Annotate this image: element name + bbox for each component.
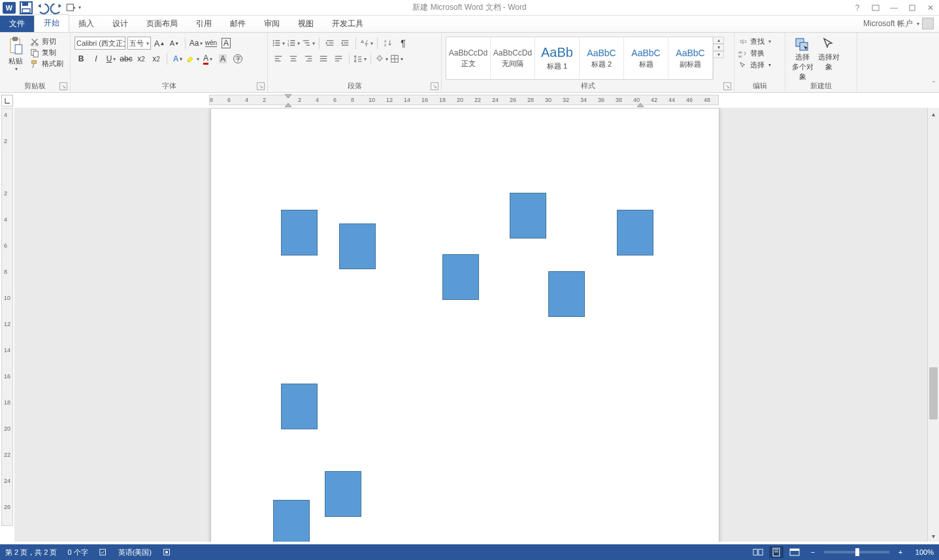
save-button[interactable] <box>18 1 34 15</box>
shrink-font-button[interactable]: A▼ <box>168 37 181 50</box>
shading-button[interactable]: ▾ <box>375 52 388 65</box>
numbering-button[interactable]: 123▾ <box>287 37 300 50</box>
macro-status[interactable] <box>162 548 171 557</box>
tab-developer[interactable]: 开发工具 <box>323 16 372 32</box>
account-menu[interactable]: Microsoft 帐户 ▾ <box>863 18 934 29</box>
justify-button[interactable] <box>317 52 330 65</box>
styles-gallery[interactable]: AaBbCcDd正文AaBbCcDd无间隔AaBb标题 1AaBbC标题 2Aa… <box>446 37 714 80</box>
print-layout-button[interactable] <box>769 546 783 558</box>
scrollbar-vertical[interactable]: ▴ ▾ <box>927 108 939 542</box>
show-marks-button[interactable]: ¶ <box>397 37 410 50</box>
maximize-button[interactable] <box>904 1 921 15</box>
rectangle-shape[interactable] <box>442 254 479 300</box>
minimize-button[interactable]: — <box>885 1 902 15</box>
tab-references[interactable]: 引用 <box>187 16 221 32</box>
change-case-button[interactable]: Aa▾ <box>189 37 203 50</box>
tab-layout[interactable]: 页面布局 <box>137 16 187 32</box>
tab-review[interactable]: 审阅 <box>255 16 289 32</box>
zoom-slider[interactable] <box>824 551 889 553</box>
replace-button[interactable]: abac替换 <box>738 48 771 58</box>
tab-file[interactable]: 文件 <box>0 16 34 32</box>
style-item[interactable]: AaBbC标题 2 <box>580 37 624 79</box>
ruler-vertical[interactable]: 422468101214161820222426 <box>1 108 13 526</box>
bullets-button[interactable]: ▾ <box>272 37 285 50</box>
first-line-indent-marker[interactable] <box>285 94 291 101</box>
scroll-down-button[interactable]: ▾ <box>928 530 939 542</box>
rectangle-shape[interactable] <box>339 223 376 269</box>
bold-button[interactable]: B <box>74 52 88 65</box>
read-mode-button[interactable] <box>751 546 765 558</box>
rectangle-shape[interactable] <box>510 193 546 239</box>
font-dialog-launcher[interactable]: ↘ <box>257 82 265 90</box>
align-center-button[interactable] <box>287 52 300 65</box>
tab-home[interactable]: 开始 <box>34 14 69 32</box>
rectangle-shape[interactable] <box>325 471 361 517</box>
tab-selector[interactable] <box>1 95 13 107</box>
web-layout-button[interactable] <box>787 546 802 558</box>
zoom-level[interactable]: 100% <box>915 548 934 556</box>
spellcheck-status[interactable] <box>99 548 108 557</box>
zoom-in-button[interactable]: + <box>893 546 908 558</box>
scroll-up-button[interactable]: ▴ <box>928 108 939 120</box>
rectangle-shape[interactable] <box>548 271 585 317</box>
underline-button[interactable]: U▾ <box>105 52 118 65</box>
enclose-chars-button[interactable]: 字 <box>231 52 244 65</box>
char-shading-button[interactable]: A <box>216 52 229 65</box>
format-painter-button[interactable]: 格式刷 <box>30 59 63 69</box>
select-object-button[interactable]: 选择对象 <box>815 34 842 72</box>
italic-button[interactable]: I <box>90 52 103 65</box>
zoom-out-button[interactable]: − <box>806 546 820 558</box>
style-item[interactable]: AaBbCcDd正文 <box>446 37 491 79</box>
left-indent-marker[interactable] <box>285 101 291 107</box>
subscript-button[interactable]: x2 <box>135 52 148 65</box>
tab-insert[interactable]: 插入 <box>69 16 103 32</box>
decrease-indent-button[interactable] <box>323 37 337 50</box>
font-name-combo[interactable]: Calibri (西文正文)▾ <box>74 37 125 50</box>
tab-mailings[interactable]: 邮件 <box>221 16 255 32</box>
align-right-button[interactable] <box>302 52 315 65</box>
style-item[interactable]: AaBbC副标题 <box>668 37 713 79</box>
word-count-status[interactable]: 0 个字 <box>67 548 88 557</box>
ribbon-display-button[interactable] <box>867 1 884 15</box>
style-item[interactable]: AaBbCcDd无间隔 <box>491 37 535 79</box>
page[interactable] <box>210 108 719 542</box>
superscript-button[interactable]: x2 <box>150 52 163 65</box>
tab-view[interactable]: 视图 <box>289 16 323 32</box>
highlight-button[interactable]: ▾ <box>186 52 199 65</box>
rectangle-shape[interactable] <box>273 500 310 542</box>
close-button[interactable]: ✕ <box>922 1 939 15</box>
page-count-status[interactable]: 第 2 页，共 2 页 <box>5 548 57 557</box>
copy-button[interactable]: 复制 <box>30 48 63 58</box>
help-button[interactable]: ? <box>849 1 866 15</box>
paragraph-dialog-launcher[interactable]: ↘ <box>431 82 438 90</box>
borders-button[interactable]: ▾ <box>390 52 403 65</box>
paste-button[interactable]: 粘贴 ▾ <box>4 34 27 78</box>
scroll-thumb[interactable] <box>929 367 938 420</box>
zoom-slider-knob[interactable] <box>855 548 859 556</box>
font-size-combo[interactable]: 五号▾ <box>127 37 151 50</box>
undo-button[interactable] <box>34 1 50 15</box>
distribute-button[interactable] <box>332 52 345 65</box>
style-item[interactable]: AaBb标题 1 <box>535 37 580 79</box>
cut-button[interactable]: 剪切 <box>30 37 63 46</box>
sort-button[interactable]: AZ <box>382 37 395 50</box>
grow-font-button[interactable]: A▲ <box>153 37 166 50</box>
gallery-scroll-down[interactable]: ▾ <box>714 44 724 51</box>
customize-qat-button[interactable]: ▾ <box>65 1 81 15</box>
strikethrough-button[interactable]: abc <box>120 52 133 65</box>
select-button[interactable]: 选择▾ <box>738 60 771 70</box>
font-color-button[interactable]: A▾ <box>201 52 214 65</box>
multilevel-list-button[interactable]: ▾ <box>302 37 315 50</box>
tab-design[interactable]: 设计 <box>103 16 137 32</box>
style-item[interactable]: AaBbC标题 <box>624 37 668 79</box>
align-left-button[interactable] <box>272 52 285 65</box>
line-spacing-button[interactable]: ▾ <box>354 52 367 65</box>
char-border-button[interactable]: A <box>220 37 233 50</box>
asian-layout-button[interactable]: ▾ <box>360 37 373 50</box>
rectangle-shape[interactable] <box>281 210 318 255</box>
gallery-more[interactable]: ▾ <box>714 51 724 58</box>
styles-dialog-launcher[interactable]: ↘ <box>723 82 731 90</box>
collapse-ribbon-button[interactable]: ˆ <box>932 80 935 90</box>
phonetic-guide-button[interactable]: wén <box>205 37 218 50</box>
gallery-scroll-up[interactable]: ▴ <box>714 37 724 44</box>
